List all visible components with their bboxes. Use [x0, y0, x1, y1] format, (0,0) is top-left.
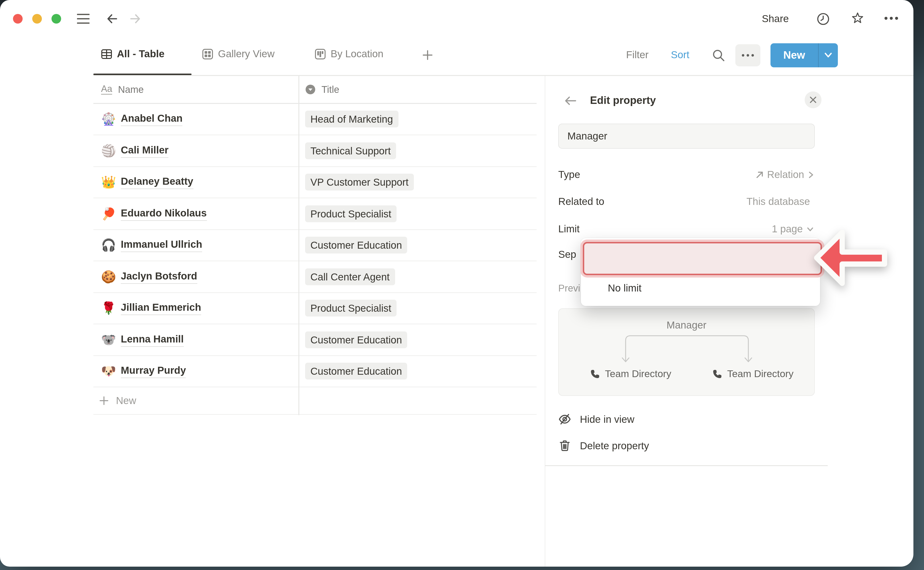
- share-button[interactable]: Share: [762, 13, 789, 25]
- column-header-name[interactable]: Aa Name: [94, 76, 299, 103]
- select-property-icon: [305, 84, 316, 95]
- property-row-related-to[interactable]: Related to This database: [558, 193, 815, 210]
- forward-button[interactable]: [129, 12, 141, 25]
- page-link[interactable]: 🌹Jillian Emmerich: [94, 301, 299, 315]
- updates-button[interactable]: [817, 12, 830, 26]
- table-row: 🌹Jillian Emmerich Product Specialist: [94, 293, 537, 324]
- minimize-window-button[interactable]: [32, 14, 42, 24]
- tab-all-table[interactable]: All - Table: [101, 48, 164, 60]
- preview-connector-lines: [619, 332, 758, 366]
- tab-by-location[interactable]: By Location: [315, 48, 384, 60]
- tab-gallery-view[interactable]: Gallery View: [202, 48, 275, 60]
- property-label: Limit: [558, 223, 580, 235]
- title-tag: Customer Education: [305, 363, 407, 380]
- view-options-button[interactable]: [735, 44, 760, 66]
- notion-window-app: Share All - Table: [0, 0, 924, 570]
- zoom-window-button[interactable]: [52, 14, 61, 24]
- title-cell[interactable]: Customer Education: [299, 237, 537, 254]
- page-link[interactable]: 🐨Lenna Hamill: [94, 332, 299, 347]
- table-row: 🍪Jaclyn Botsford Call Center Agent: [94, 261, 537, 293]
- page-name: Cali Miller: [121, 144, 169, 158]
- panel-close-button[interactable]: [805, 91, 821, 108]
- new-button-label: New: [771, 49, 818, 61]
- column-divider[interactable]: [298, 75, 299, 415]
- chevron-right-icon: [807, 170, 815, 179]
- sidebar-menu-button[interactable]: [77, 14, 89, 24]
- app-window: Share All - Table: [0, 0, 913, 567]
- page-emoji: 🐶: [101, 365, 115, 378]
- traffic-lights: [13, 14, 61, 24]
- title-cell[interactable]: Technical Support: [299, 142, 537, 159]
- property-value: 1 page: [772, 223, 803, 235]
- column-header-title[interactable]: Title: [305, 76, 497, 103]
- forward-arrow-icon: [129, 12, 141, 25]
- page-link[interactable]: 🎡Anabel Chan: [94, 112, 299, 126]
- page-name: Murray Purdy: [121, 364, 186, 378]
- annotation-arrow-icon: [807, 223, 894, 293]
- new-button-dropdown[interactable]: [819, 52, 838, 59]
- property-row-limit[interactable]: Limit 1 page: [558, 221, 815, 237]
- title-cell[interactable]: VP Customer Support: [299, 174, 537, 191]
- annotation-highlight-box: [583, 242, 822, 275]
- title-cell[interactable]: Product Specialist: [299, 205, 537, 222]
- property-name-input[interactable]: [558, 124, 815, 149]
- page-link[interactable]: 👑Delaney Beatty: [94, 175, 299, 189]
- relation-arrow-icon: [755, 170, 764, 179]
- panel-back-button[interactable]: [564, 95, 577, 107]
- page-name: Delaney Beatty: [121, 175, 193, 189]
- page-emoji: 🏐: [101, 144, 115, 158]
- preview-parent-label: Manager: [559, 319, 814, 331]
- search-button[interactable]: [712, 49, 725, 62]
- page-link[interactable]: 🎧Immanuel Ullrich: [94, 238, 299, 252]
- title-cell[interactable]: Customer Education: [299, 331, 537, 348]
- page-emoji: 🌹: [101, 301, 115, 315]
- active-tab-underline: [94, 74, 192, 75]
- add-row-button[interactable]: New: [94, 387, 537, 415]
- page-emoji: 🐨: [101, 333, 115, 347]
- panel-title: Edit property: [590, 94, 656, 107]
- new-record-button[interactable]: New: [771, 43, 838, 67]
- title-cell[interactable]: Call Center Agent: [299, 268, 537, 285]
- plus-icon: [422, 50, 433, 60]
- page-link[interactable]: 🍪Jaclyn Botsford: [94, 270, 299, 284]
- page-link[interactable]: 🐶Murray Purdy: [94, 364, 299, 378]
- table-row: 🏓Eduardo Nikolaus Product Specialist: [94, 198, 537, 230]
- page-emoji: 🍪: [101, 270, 115, 284]
- sort-button[interactable]: Sort: [671, 49, 689, 61]
- filter-button[interactable]: Filter: [626, 49, 648, 61]
- page-link[interactable]: 🏓Eduardo Nikolaus: [94, 207, 299, 221]
- property-row-type[interactable]: Type Relation: [558, 166, 815, 183]
- back-arrow-icon: [106, 12, 118, 25]
- board-view-icon: [315, 48, 326, 60]
- preview-label-clipped: Preview: [558, 283, 580, 294]
- text-property-icon: Aa: [101, 84, 112, 95]
- more-options-button[interactable]: [884, 16, 899, 21]
- option-label: No limit: [588, 282, 642, 294]
- eye-off-icon: [558, 413, 571, 426]
- favorite-button[interactable]: [851, 12, 864, 26]
- title-cell[interactable]: Customer Education: [299, 363, 537, 380]
- add-view-button[interactable]: [422, 50, 433, 60]
- table-body: 🎡Anabel Chan Head of Marketing 🏐Cali Mil…: [94, 104, 537, 415]
- close-window-button[interactable]: [13, 14, 23, 24]
- delete-property-button[interactable]: Delete property: [558, 439, 649, 452]
- page-name: Anabel Chan: [121, 112, 183, 126]
- phone-icon: [712, 369, 722, 379]
- close-icon: [809, 96, 817, 103]
- title-tag: Head of Marketing: [305, 111, 398, 128]
- title-cell[interactable]: Head of Marketing: [299, 111, 537, 128]
- separate-row-label-clipped: Sep: [558, 249, 579, 260]
- page-link[interactable]: 🏐Cali Miller: [94, 144, 299, 158]
- title-tag: Technical Support: [305, 142, 396, 159]
- back-arrow-icon: [564, 95, 577, 107]
- table-row: 👑Delaney Beatty VP Customer Support: [94, 167, 537, 198]
- tab-label: Gallery View: [218, 48, 275, 60]
- hide-in-view-button[interactable]: Hide in view: [558, 413, 634, 426]
- page-name: Immanuel Ullrich: [121, 238, 202, 252]
- hamburger-icon: [77, 14, 89, 24]
- back-button[interactable]: [106, 12, 118, 25]
- title-cell[interactable]: Product Specialist: [299, 300, 537, 317]
- option-no-limit[interactable]: No limit: [588, 274, 813, 302]
- tab-label: All - Table: [117, 48, 164, 60]
- title-tag: Call Center Agent: [305, 268, 395, 285]
